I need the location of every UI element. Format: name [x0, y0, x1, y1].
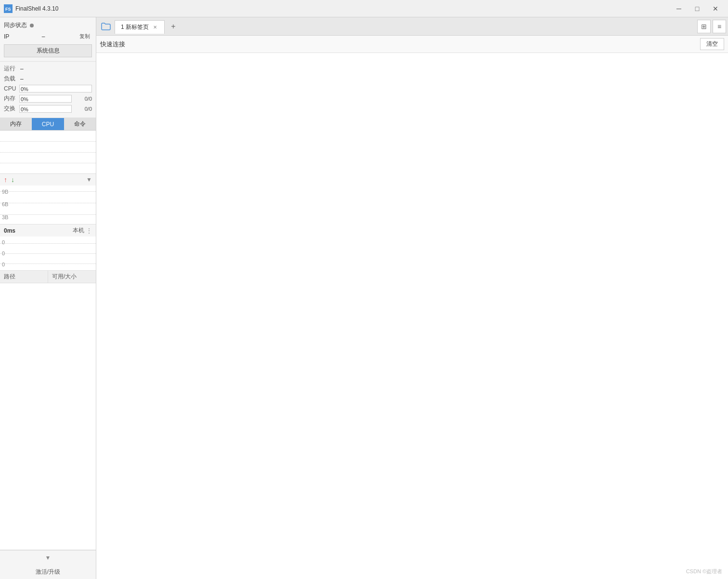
quick-connect-bar: 快速连接 清空	[96, 36, 728, 53]
disk-section: 路径 可用/大小	[0, 271, 96, 550]
ping-line-2	[0, 253, 96, 254]
folder-button[interactable]	[98, 20, 114, 33]
svg-text:FS: FS	[5, 7, 11, 12]
view-grid-button[interactable]: ⊞	[697, 20, 711, 33]
ip-row: IP – 复制	[4, 32, 92, 40]
sync-status-label: 同步状态	[4, 21, 27, 29]
disk-header: 路径 可用/大小	[0, 271, 96, 283]
network-section: ↑ ↓ ▼ 9B 6B 3B	[0, 174, 96, 224]
sidebar: 同步状态 IP – 复制 系统信息 运行 – 负载 –	[0, 17, 96, 579]
net-up-icon: ↑	[4, 176, 7, 184]
app-body: 同步状态 IP – 复制 系统信息 运行 – 负载 –	[0, 17, 728, 579]
ping-line-1	[0, 243, 96, 244]
mem-ratio: 0/0	[73, 96, 92, 102]
tab-cmd[interactable]: 命令	[64, 118, 96, 130]
sidebar-top: 同步状态 IP – 复制 系统信息	[0, 17, 96, 62]
sync-dot	[30, 24, 34, 27]
network-chart: 9B 6B 3B	[0, 185, 96, 224]
sys-info-button[interactable]: 系统信息	[4, 44, 92, 57]
main-empty-area	[96, 53, 728, 579]
monitor-chart	[0, 131, 96, 174]
ping-line-3	[0, 263, 96, 264]
mem-progress-row: 内存 0% 0/0	[4, 94, 92, 103]
sync-status-row: 同步状态	[4, 21, 92, 29]
run-label: 运行	[4, 65, 18, 73]
copy-button[interactable]: 复制	[78, 32, 92, 40]
ping-chart: 0 0 0	[0, 237, 96, 270]
tab-label-1: 1 新标签页	[121, 23, 149, 31]
run-value: –	[20, 66, 24, 72]
scroll-down-icon[interactable]: ▼	[45, 554, 51, 561]
ping-value: 0ms	[4, 227, 15, 234]
tab-mem[interactable]: 内存	[0, 118, 32, 130]
tab-bar: 1 新标签页 ✕ + ⊞ ≡	[96, 17, 728, 36]
ping-label-0a: 0	[2, 239, 5, 245]
scroll-area: ▼	[0, 551, 96, 565]
ip-label: IP	[4, 33, 9, 40]
run-load-section: 运行 – 负载 – CPU 0% 内存 0%	[0, 62, 96, 118]
disk-col-path[interactable]: 路径	[0, 271, 48, 283]
window-controls: ─ □ ✕	[670, 2, 724, 15]
cpu-progress-row: CPU 0%	[4, 85, 92, 92]
net-line-3	[0, 214, 96, 215]
net-line-1	[0, 191, 96, 192]
minimize-button[interactable]: ─	[670, 2, 688, 15]
maximize-button[interactable]: □	[689, 2, 706, 15]
tab-bar-right: ⊞ ≡	[697, 20, 726, 33]
swap-label: 交换	[4, 105, 19, 113]
load-value: –	[20, 76, 24, 82]
close-button[interactable]: ✕	[707, 2, 724, 15]
monitor-tabs: 内存 CPU 命令	[0, 118, 96, 131]
tab-close-1[interactable]: ✕	[152, 24, 158, 30]
swap-percent-text: 0%	[21, 105, 28, 113]
load-label: 负载	[4, 75, 18, 83]
ping-more-icon[interactable]: ⋮	[86, 227, 92, 234]
net-label-9b: 9B	[2, 189, 8, 195]
ping-host: 本机	[73, 226, 84, 235]
network-header: ↑ ↓ ▼	[0, 174, 96, 185]
ping-label-0c: 0	[2, 262, 5, 267]
csdn-watermark: CSDN ©盗理者	[686, 568, 722, 575]
chart-line-1	[0, 141, 96, 142]
chart-line-2	[0, 152, 96, 153]
view-list-icon: ≡	[717, 23, 721, 30]
chart-line-3	[0, 163, 96, 163]
ping-section: 0ms 本机 ⋮ 0 0 0	[0, 224, 96, 271]
net-label-3b: 3B	[2, 215, 8, 220]
net-more-icon[interactable]: ▼	[86, 176, 92, 183]
app-icon: FS	[4, 4, 13, 13]
cpu-percent-text: 0%	[21, 85, 28, 92]
quick-connect-label: 快速连接	[100, 40, 700, 49]
main-area: 1 新标签页 ✕ + ⊞ ≡ 快速连接 清空	[96, 17, 728, 579]
main-content: 快速连接 清空	[96, 36, 728, 579]
swap-progress-row: 交换 0% 0/0	[4, 105, 92, 113]
mem-label: 内存	[4, 94, 19, 103]
tab-item-1[interactable]: 1 新标签页 ✕	[115, 20, 165, 34]
disk-content	[0, 283, 96, 550]
net-line-2	[0, 203, 96, 203]
add-tab-button[interactable]: +	[167, 20, 180, 33]
swap-progress-bar: 0%	[19, 105, 72, 113]
tab-cpu[interactable]: CPU	[32, 118, 64, 130]
cpu-label: CPU	[4, 85, 19, 92]
run-row: 运行 –	[4, 65, 92, 73]
disk-col-size[interactable]: 可用/大小	[48, 271, 96, 283]
swap-ratio: 0/0	[73, 106, 92, 112]
view-list-button[interactable]: ≡	[713, 20, 726, 33]
mem-percent-text: 0%	[21, 95, 28, 103]
activate-button[interactable]: 激活/升级	[0, 565, 96, 579]
cpu-progress-bar: 0%	[19, 85, 92, 92]
mem-progress-bar: 0%	[19, 95, 72, 103]
ip-separator: –	[42, 33, 45, 40]
view-grid-icon: ⊞	[701, 23, 707, 30]
clear-button[interactable]: 清空	[700, 38, 724, 50]
sidebar-bottom: ▼ 激活/升级	[0, 550, 96, 579]
ping-header: 0ms 本机 ⋮	[0, 224, 96, 237]
net-down-icon: ↓	[11, 176, 14, 184]
load-row: 负载 –	[4, 75, 92, 83]
title-bar: FS FinalShell 4.3.10 ─ □ ✕	[0, 0, 728, 17]
app-title: FinalShell 4.3.10	[15, 5, 670, 12]
